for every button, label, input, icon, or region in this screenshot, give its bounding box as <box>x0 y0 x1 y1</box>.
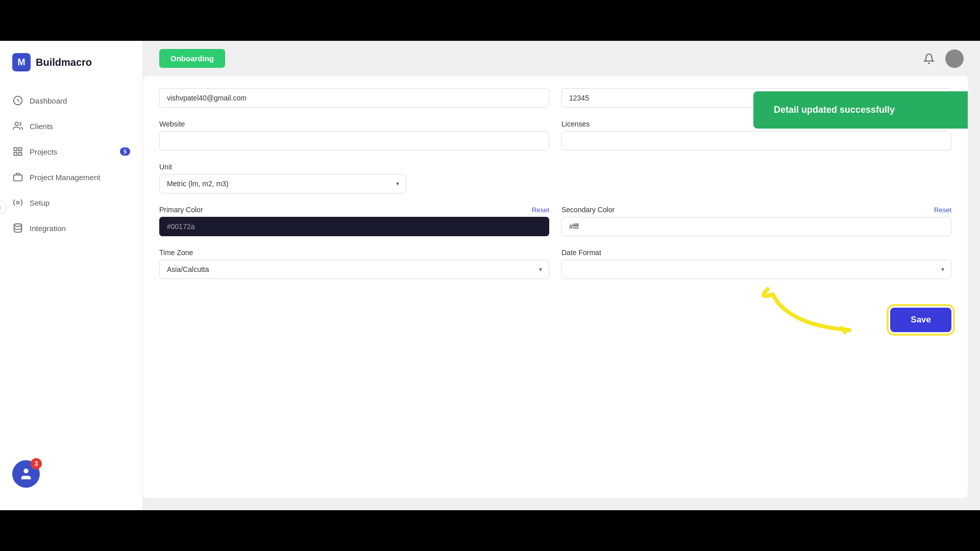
svg-rect-6 <box>19 153 22 156</box>
sidebar-item-clients-label: Clients <box>30 122 53 131</box>
date-format-select[interactable]: MM/DD/YYYY DD/MM/YYYY <box>561 260 951 279</box>
primary-color-field[interactable] <box>159 217 549 236</box>
sidebar-item-project-management[interactable]: Project Management <box>0 164 142 190</box>
projects-badge: 5 <box>120 147 130 156</box>
notification-badge: 3 <box>31 458 42 469</box>
svg-point-3 <box>15 122 18 126</box>
notifications-button[interactable] <box>921 51 937 67</box>
setup-icon <box>12 197 23 208</box>
svg-rect-5 <box>19 148 22 151</box>
arrow-annotation <box>757 284 870 345</box>
timezone-label: Time Zone <box>159 248 549 257</box>
user-avatar-button[interactable]: 3 <box>12 460 40 488</box>
top-bar: Onboarding <box>143 41 980 76</box>
bell-icon <box>923 53 935 64</box>
primary-color-label-row: Primary Color Reset <box>159 206 549 214</box>
secondary-color-label-row: Secondary Color Reset <box>561 206 951 214</box>
sidebar-item-setup-label: Setup <box>30 198 50 207</box>
dashboard-icon <box>12 95 23 106</box>
sidebar-item-setup[interactable]: Setup <box>0 190 142 215</box>
save-button[interactable]: Save <box>890 308 951 332</box>
sidebar-item-clients[interactable]: Clients <box>0 113 142 139</box>
sidebar-item-projects[interactable]: Projects 5 ‹ <box>0 139 142 164</box>
svg-rect-7 <box>14 153 17 156</box>
svg-point-9 <box>17 202 19 204</box>
website-field[interactable] <box>159 131 549 151</box>
app-name: Buildmacro <box>36 57 92 68</box>
unit-row: Unit Metric (lm, m2, m3) Imperial ▾ <box>159 163 406 193</box>
svg-rect-8 <box>14 175 22 181</box>
email-group <box>159 88 549 108</box>
primary-color-group: Primary Color Reset <box>159 206 549 236</box>
top-user-avatar[interactable] <box>945 49 964 68</box>
toast-message: Detail updated successfully <box>774 105 895 115</box>
svg-rect-4 <box>14 148 17 151</box>
primary-color-label: Primary Color <box>159 206 203 214</box>
sidebar-bottom: 3 <box>0 450 142 498</box>
sidebar-item-projects-label: Projects <box>30 147 57 156</box>
top-bar-right <box>921 49 964 68</box>
logo-icon: M <box>12 53 31 71</box>
email-field[interactable] <box>159 88 549 108</box>
nav-menu: Dashboard Clients <box>0 88 142 450</box>
svg-point-10 <box>14 224 22 227</box>
unit-label: Unit <box>159 163 406 171</box>
secondary-color-group: Secondary Color Reset <box>561 206 951 236</box>
unit-group: Unit Metric (lm, m2, m3) Imperial ▾ <box>159 163 406 193</box>
svg-marker-12 <box>840 325 849 335</box>
unit-select-wrapper: Metric (lm, m2, m3) Imperial ▾ <box>159 174 406 193</box>
integration-icon <box>12 222 23 234</box>
primary-color-reset[interactable]: Reset <box>532 206 549 214</box>
projects-icon <box>12 146 23 157</box>
date-format-label: Date Format <box>561 248 951 257</box>
sidebar-item-project-management-label: Project Management <box>30 173 100 182</box>
timezone-select[interactable]: Asia/Calcutta UTC America/New_York <box>159 260 549 279</box>
website-label: Website <box>159 120 549 128</box>
svg-point-11 <box>23 469 28 473</box>
main-content: Onboarding <box>143 41 980 510</box>
secondary-color-reset[interactable]: Reset <box>934 206 951 214</box>
licenses-field[interactable] <box>561 131 951 151</box>
sidebar-item-dashboard[interactable]: Dashboard <box>0 88 142 113</box>
date-format-group: Date Format MM/DD/YYYY DD/MM/YYYY ▾ <box>561 248 951 279</box>
colors-row: Primary Color Reset Secondary Color Rese… <box>159 206 951 236</box>
logo-area: M Buildmacro <box>0 53 142 88</box>
project-management-icon <box>12 171 23 183</box>
date-format-select-wrapper: MM/DD/YYYY DD/MM/YYYY ▾ <box>561 260 951 279</box>
clients-icon <box>12 120 23 132</box>
onboarding-button[interactable]: Onboarding <box>159 49 225 68</box>
sidebar-item-integration[interactable]: Integration <box>0 215 142 241</box>
secondary-color-label: Secondary Color <box>561 206 615 214</box>
unit-select[interactable]: Metric (lm, m2, m3) Imperial <box>159 174 406 193</box>
website-group: Website <box>159 120 549 151</box>
toast-notification: Detail updated successfully <box>753 91 968 129</box>
svg-text:M: M <box>18 57 26 67</box>
secondary-color-field[interactable] <box>561 217 951 236</box>
save-area: Save <box>159 299 951 340</box>
timezone-dateformat-row: Time Zone Asia/Calcutta UTC America/New_… <box>159 248 951 279</box>
sidebar-item-integration-label: Integration <box>30 224 66 233</box>
timezone-select-wrapper: Asia/Calcutta UTC America/New_York ▾ <box>159 260 549 279</box>
sidebar-item-dashboard-label: Dashboard <box>30 96 67 105</box>
sidebar: M Buildmacro Dashboard <box>0 41 143 510</box>
user-icon <box>19 467 33 481</box>
timezone-group: Time Zone Asia/Calcutta UTC America/New_… <box>159 248 549 279</box>
form-card: Website Licenses Unit Metric (lm, m2, m3… <box>143 76 968 498</box>
